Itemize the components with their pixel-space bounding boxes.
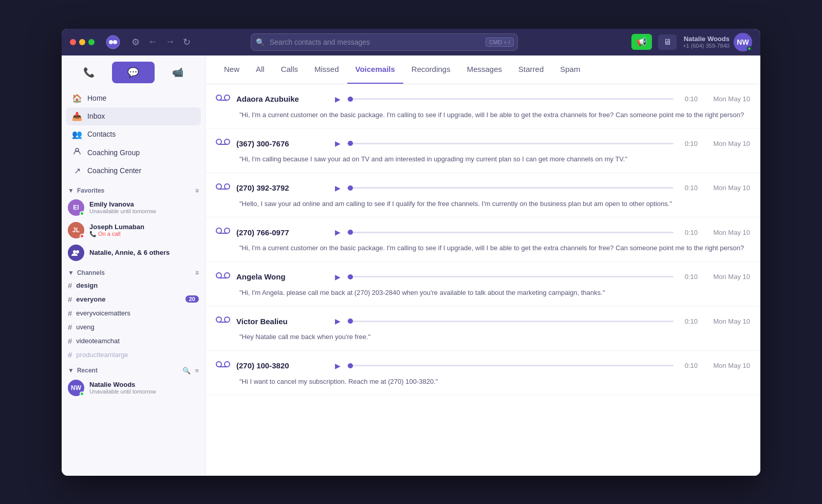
voicemail-icon-1 — [216, 92, 230, 106]
back-icon[interactable]: ← — [148, 36, 157, 47]
sidebar-item-home[interactable]: 🏠 Home — [66, 89, 201, 107]
channel-uveng[interactable]: # uveng — [62, 320, 205, 334]
hash-icon-3: # — [68, 309, 72, 318]
voicemail-icon-7 — [216, 359, 230, 372]
favorites-header[interactable]: ▼ Favorites ≡ — [62, 182, 205, 196]
voicemail-row-5: Angela Wong ▶ 0:10 Mon May 10 — [216, 270, 750, 284]
voicemail-play-3[interactable]: ▶ — [335, 184, 341, 192]
channel-everyone-badge: 20 — [185, 295, 199, 303]
voicemail-play-5[interactable]: ▶ — [335, 273, 341, 281]
forward-icon[interactable]: → — [165, 36, 175, 47]
tab-spam[interactable]: Spam — [552, 55, 588, 84]
voicemail-play-6[interactable]: ▶ — [335, 317, 341, 325]
announce-button[interactable]: 📢 — [631, 34, 652, 50]
minimize-button[interactable] — [79, 39, 85, 45]
voicemail-play-7[interactable]: ▶ — [335, 362, 341, 370]
voicemail-play-2[interactable]: ▶ — [335, 139, 341, 147]
sidebar-item-coaching-group[interactable]: Coaching Group — [66, 143, 201, 162]
avatar[interactable]: NW — [734, 33, 752, 51]
sidebar-nav: 🏠 Home 📥 Inbox 👥 Contacts — [62, 87, 205, 182]
natalie-recent-avatar: NW — [68, 380, 84, 396]
channels-header[interactable]: ▼ Channels ≡ — [62, 264, 205, 278]
favorites-header-left: ▼ Favorites — [68, 187, 104, 194]
channel-productteamlarge[interactable]: # productteamlarge — [62, 348, 205, 362]
voicemail-progress-dot-1 — [348, 97, 353, 102]
sidebar-item-contacts-label: Contacts — [87, 130, 116, 138]
voicemail-item-2[interactable]: (367) 300-7676 ▶ 0:10 Mon May 10 "Hi, I'… — [206, 128, 760, 173]
voicemail-icon-2 — [216, 137, 230, 150]
emily-status: Unavailable until tomorrow — [89, 208, 156, 214]
avatar-initials: NW — [737, 38, 749, 46]
sidebar-item-inbox[interactable]: 📥 Inbox — [66, 107, 201, 125]
group-name: Natalie, Annie, & 6 others — [89, 249, 170, 256]
channel-everyone[interactable]: # everyone 20 — [62, 292, 205, 306]
settings-icon[interactable]: ⚙ — [132, 36, 140, 48]
recent-header-left[interactable]: ▼ Recent — [68, 367, 98, 374]
voicemail-item-5[interactable]: Angela Wong ▶ 0:10 Mon May 10 "Hi, I'm A… — [206, 262, 760, 307]
tab-messages[interactable]: Messages — [459, 55, 510, 84]
voicemail-transcript-6: "Hey Natalie call me back when you're fr… — [216, 332, 750, 342]
voicemail-date-4: Mon May 10 — [704, 229, 750, 236]
voicemail-duration-3: 0:10 — [680, 184, 698, 192]
voicemail-play-1[interactable]: ▶ — [335, 95, 341, 103]
tab-voicemails[interactable]: Voicemails — [347, 55, 403, 84]
favorite-emily[interactable]: EI Emily Ivanova Unavailable until tomor… — [62, 196, 205, 219]
user-name: Natalie Woods — [683, 35, 730, 43]
traffic-lights — [70, 39, 95, 45]
voicemail-transcript-1: "Hi, I'm a current customer on the basic… — [216, 110, 750, 120]
sidebar-tab-chat[interactable]: 💬 — [112, 62, 154, 83]
tab-missed[interactable]: Missed — [306, 55, 347, 84]
voicemail-name-4: (270) 766-0977 — [236, 228, 329, 237]
favorite-joseph[interactable]: JL Joseph Lumaban 📞 On a call — [62, 219, 205, 241]
voicemail-progress-1 — [347, 98, 674, 100]
tab-new[interactable]: New — [216, 55, 248, 84]
tab-calls[interactable]: Calls — [273, 55, 306, 84]
natalie-online-indicator — [80, 391, 84, 396]
channels-menu-icon[interactable]: ≡ — [195, 269, 199, 276]
voicemail-item-4[interactable]: (270) 766-0977 ▶ 0:10 Mon May 10 "Hi, I'… — [206, 217, 760, 262]
voicemail-duration-7: 0:10 — [680, 362, 698, 369]
recent-menu-icon[interactable]: ≡ — [195, 367, 199, 375]
sidebar-tab-phone[interactable]: 📞 — [68, 62, 110, 83]
voicemail-item-7[interactable]: (270) 100-3820 ▶ 0:10 Mon May 10 "Hi I w… — [206, 351, 760, 396]
svg-point-11 — [225, 184, 230, 189]
coaching-center-icon: ↗ — [72, 166, 82, 176]
refresh-icon[interactable]: ↻ — [183, 36, 191, 48]
recent-search-icon[interactable]: 🔍 — [182, 367, 191, 375]
inbox-icon-button[interactable]: 🖥 — [658, 34, 677, 50]
voicemail-progress-4 — [347, 232, 674, 233]
sidebar: 📞 💬 📹 🏠 Home 📥 Inbox 👥 Contacts — [62, 55, 206, 476]
content-area: New All Calls Missed Voicemails Recordin… — [206, 55, 760, 476]
voicemail-item-1[interactable]: Adaora Azubuike ▶ 0:10 Mon May 10 "Hi, I… — [206, 84, 760, 129]
voicemail-play-4[interactable]: ▶ — [335, 228, 341, 236]
sidebar-item-contacts[interactable]: 👥 Contacts — [66, 125, 201, 143]
joseph-status: 📞 On a call — [89, 231, 144, 237]
channel-videoteamchat[interactable]: # videoteamchat — [62, 334, 205, 348]
sidebar-tab-video[interactable]: 📹 — [157, 62, 199, 83]
search-input[interactable] — [251, 33, 518, 51]
sidebar-item-coaching-center[interactable]: ↗ Coaching Center — [66, 162, 201, 180]
favorites-menu-icon[interactable]: ≡ — [195, 187, 199, 194]
app-logo — [105, 34, 121, 50]
coaching-group-icon — [72, 147, 82, 158]
sidebar-tabs: 📞 💬 📹 — [62, 55, 205, 87]
tab-starred[interactable]: Starred — [510, 55, 552, 84]
favorite-group[interactable]: Natalie, Annie, & 6 others — [62, 241, 205, 264]
hash-icon-5: # — [68, 337, 72, 345]
voicemail-item-3[interactable]: (270) 392-3792 ▶ 0:10 Mon May 10 "Hello,… — [206, 173, 760, 218]
svg-point-15 — [225, 273, 230, 278]
joseph-call-indicator — [80, 234, 84, 238]
user-phone: +1 (604) 359-7840 — [683, 43, 730, 49]
channel-everyvoicematters[interactable]: # everyvoicematters — [62, 306, 205, 320]
tab-all[interactable]: All — [248, 55, 273, 84]
maximize-button[interactable] — [88, 39, 95, 45]
channel-design[interactable]: # design — [62, 278, 205, 292]
tab-recordings[interactable]: Recordings — [403, 55, 459, 84]
recent-natalie[interactable]: NW Natalie Woods Unavailable until tomor… — [62, 377, 205, 399]
svg-point-1 — [109, 40, 113, 44]
voicemail-row-6: Victor Bealieu ▶ 0:10 Mon May 10 — [216, 314, 750, 328]
voicemail-item-6[interactable]: Victor Bealieu ▶ 0:10 Mon May 10 "Hey Na… — [206, 306, 760, 351]
voicemail-progress-dot-6 — [348, 319, 353, 324]
close-button[interactable] — [70, 39, 76, 45]
recent-label: Recent — [77, 367, 98, 374]
